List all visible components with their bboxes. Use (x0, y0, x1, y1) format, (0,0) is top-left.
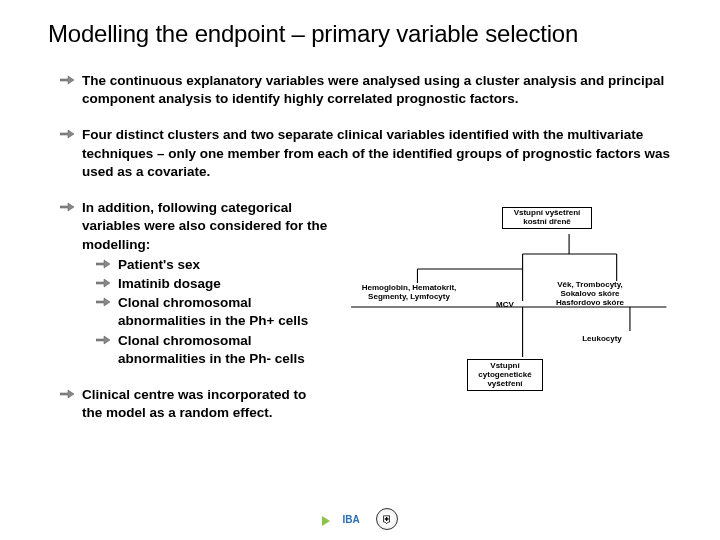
sub-bullet-list: Patient's sex Imatinib dosage Clonal chr… (82, 256, 328, 368)
footer-logos: IBA ⛨ (322, 508, 398, 530)
arrow-right-icon (60, 388, 74, 400)
arrow-right-icon (96, 334, 110, 346)
dendro-node-vek: Věk, Trombocyty, Sokalovo skóre Hasfordo… (545, 281, 635, 307)
dendro-node-leuk: Leukocyty (577, 335, 627, 344)
arrow-right-icon (60, 128, 74, 140)
logo-iba: IBA (322, 508, 370, 530)
bullet-text: In addition, following categorical varia… (82, 200, 327, 251)
sub-bullet-text: Imatinib dosage (118, 276, 221, 291)
dendrogram-diagram: Vstupní vyšetření kostní dřeně Hemoglobi… (340, 199, 672, 399)
bullet-text: The continuous explanatory variables wer… (82, 73, 664, 106)
bullet-text: Four distinct clusters and two separate … (82, 127, 670, 178)
dendro-node-hemo: Hemoglobin, Hematokrit, Segmenty, Lymfoc… (360, 284, 458, 302)
dendro-node-top: Vstupní vyšetření kostní dřeně (502, 207, 592, 229)
bullet-item: Four distinct clusters and two separate … (60, 126, 672, 181)
bullet-item: Clinical centre was incorporated to the … (60, 386, 328, 422)
arrow-right-icon (60, 74, 74, 86)
logo-iba-text: IBA (342, 514, 359, 525)
sub-bullet-text: Patient's sex (118, 257, 200, 272)
sub-bullet-item: Patient's sex (96, 256, 328, 274)
sub-bullet-text: Clonal chromosomal abnormalities in the … (118, 295, 308, 328)
sub-bullet-item: Imatinib dosage (96, 275, 328, 293)
bullet-text: Clinical centre was incorporated to the … (82, 387, 306, 420)
sub-bullet-item: Clonal chromosomal abnormalities in the … (96, 332, 328, 368)
dendro-node-cyto: Vstupní cytogenetické vyšetření (467, 359, 543, 391)
arrow-right-icon (96, 258, 110, 270)
sub-bullet-item: Clonal chromosomal abnormalities in the … (96, 294, 328, 330)
arrow-right-icon (60, 201, 74, 213)
dendro-node-mcv: MCV (490, 301, 520, 310)
page-title: Modelling the endpoint – primary variabl… (48, 20, 672, 48)
logo-university: ⛨ (376, 508, 398, 530)
bullet-item: In addition, following categorical varia… (60, 199, 328, 368)
bullet-list-left: In addition, following categorical varia… (48, 199, 328, 422)
arrow-right-icon (96, 277, 110, 289)
sub-bullet-text: Clonal chromosomal abnormalities in the … (118, 333, 305, 366)
bullet-list: The continuous explanatory variables wer… (48, 72, 672, 181)
bullet-item: The continuous explanatory variables wer… (60, 72, 672, 108)
arrow-right-icon (96, 296, 110, 308)
